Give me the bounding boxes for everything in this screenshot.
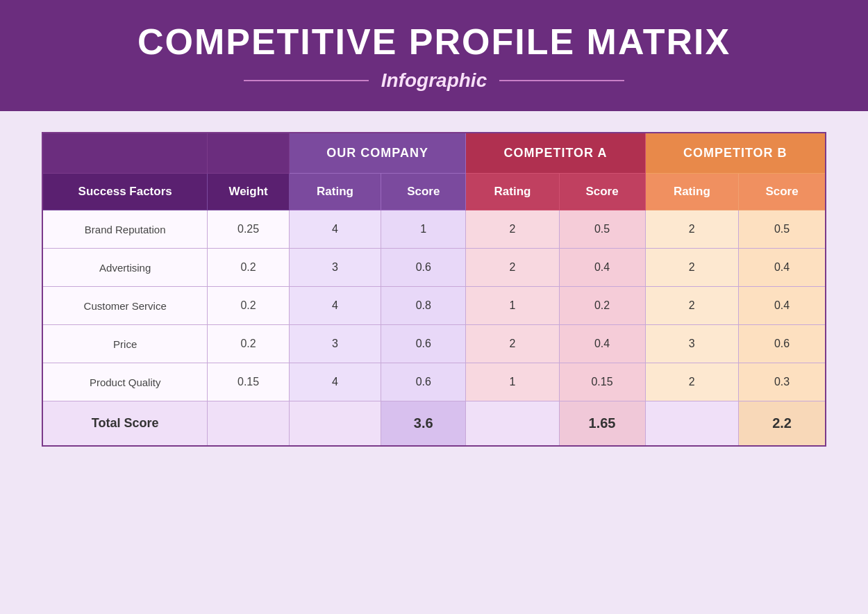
competitor-a-header: COMPETITOR A	[466, 133, 645, 174]
our-score-header: Score	[381, 174, 466, 210]
table-row: Product Quality 0.15 4 0.6 1 0.15 2 0.3	[42, 363, 826, 401]
our-rating-cell: 4	[289, 210, 381, 249]
factors-header: Success Factors	[42, 174, 208, 210]
total-a-score: 1.65	[559, 401, 645, 447]
competitor-b-header: COMPETITOR B	[645, 133, 826, 174]
our-rating-cell: 3	[289, 325, 381, 363]
b-score-header: Score	[739, 174, 826, 210]
a-rating-cell: 1	[466, 287, 559, 325]
weight-header: Weight	[208, 174, 289, 210]
factor-cell: Customer Service	[42, 287, 208, 325]
page-title: COMPETITIVE PROFILE MATRIX	[14, 21, 854, 63]
b-rating-cell: 2	[645, 287, 739, 325]
total-empty-our-rating	[289, 401, 381, 447]
a-rating-cell: 1	[466, 363, 559, 401]
weight-cell: 0.25	[208, 210, 289, 249]
header-line-right	[499, 80, 624, 81]
factor-cell: Brand Reputation	[42, 210, 208, 249]
our-rating-cell: 4	[289, 363, 381, 401]
company-header-row: OUR COMPANY COMPETITOR A COMPETITOR B	[42, 133, 826, 174]
table-row: Customer Service 0.2 4 0.8 1 0.2 2 0.4	[42, 287, 826, 325]
factor-cell: Product Quality	[42, 363, 208, 401]
a-rating-cell: 2	[466, 325, 559, 363]
b-score-cell: 0.4	[739, 287, 826, 325]
b-rating-cell: 2	[645, 210, 739, 249]
header-line-left	[244, 80, 369, 81]
total-row: Total Score 3.6 1.65 2.2	[42, 401, 826, 447]
b-score-cell: 0.4	[739, 249, 826, 287]
weight-cell: 0.2	[208, 249, 289, 287]
a-score-cell: 0.2	[559, 287, 645, 325]
our-score-cell: 1	[381, 210, 466, 249]
total-empty-a-rating	[466, 401, 559, 447]
our-rating-cell: 3	[289, 249, 381, 287]
factor-cell: Advertising	[42, 249, 208, 287]
a-rating-cell: 2	[466, 249, 559, 287]
a-score-cell: 0.4	[559, 325, 645, 363]
sub-header-row: Success Factors Weight Rating Score Rati…	[42, 174, 826, 210]
our-rating-header: Rating	[289, 174, 381, 210]
a-rating-cell: 2	[466, 210, 559, 249]
our-score-cell: 0.6	[381, 249, 466, 287]
subtitle-row: Infographic	[14, 69, 854, 92]
b-rating-cell: 3	[645, 325, 739, 363]
b-score-cell: 0.5	[739, 210, 826, 249]
table-row: Brand Reputation 0.25 4 1 2 0.5 2 0.5	[42, 210, 826, 249]
empty-header-2	[208, 133, 289, 174]
table-row: Price 0.2 3 0.6 2 0.4 3 0.6	[42, 325, 826, 363]
our-score-cell: 0.6	[381, 363, 466, 401]
b-score-cell: 0.6	[739, 325, 826, 363]
a-score-cell: 0.4	[559, 249, 645, 287]
b-rating-header: Rating	[645, 174, 739, 210]
a-score-header: Score	[559, 174, 645, 210]
factor-cell: Price	[42, 325, 208, 363]
a-score-cell: 0.15	[559, 363, 645, 401]
b-score-cell: 0.3	[739, 363, 826, 401]
total-empty-weight	[208, 401, 289, 447]
weight-cell: 0.2	[208, 325, 289, 363]
page-header: COMPETITIVE PROFILE MATRIX Infographic	[0, 0, 868, 111]
total-b-score: 2.2	[739, 401, 826, 447]
a-score-cell: 0.5	[559, 210, 645, 249]
total-empty-b-rating	[645, 401, 739, 447]
a-rating-header: Rating	[466, 174, 559, 210]
weight-cell: 0.15	[208, 363, 289, 401]
weight-cell: 0.2	[208, 287, 289, 325]
our-score-cell: 0.8	[381, 287, 466, 325]
main-content: OUR COMPANY COMPETITOR A COMPETITOR B Su…	[0, 111, 868, 467]
our-rating-cell: 4	[289, 287, 381, 325]
b-rating-cell: 2	[645, 249, 739, 287]
b-rating-cell: 2	[645, 363, 739, 401]
our-score-cell: 0.6	[381, 325, 466, 363]
matrix-table: OUR COMPANY COMPETITOR A COMPETITOR B Su…	[42, 132, 826, 447]
table-row: Advertising 0.2 3 0.6 2 0.4 2 0.4	[42, 249, 826, 287]
total-our-score: 3.6	[381, 401, 466, 447]
empty-header-1	[42, 133, 208, 174]
our-company-header: OUR COMPANY	[289, 133, 466, 174]
page-subtitle: Infographic	[381, 69, 487, 92]
total-label: Total Score	[42, 401, 208, 447]
